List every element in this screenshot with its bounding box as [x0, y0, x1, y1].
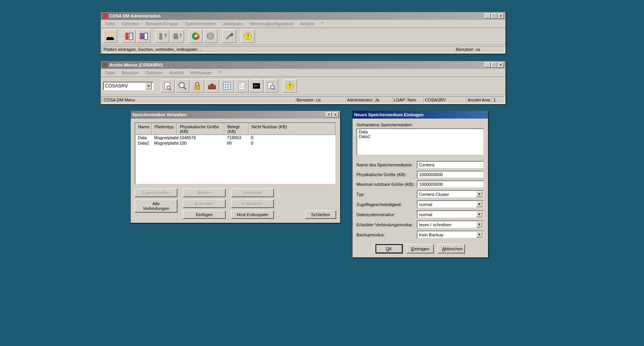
svg-point-17 [175, 33, 178, 36]
menu-jukeboxen[interactable]: Jukeboxen [220, 21, 246, 27]
max-input[interactable] [417, 180, 484, 188]
doc-search-icon[interactable] [161, 79, 175, 93]
menu-help[interactable]: ? [318, 21, 326, 27]
erlaubt-select[interactable]: lesen / schreiben▼ [417, 220, 484, 229]
svg-point-29 [179, 82, 184, 88]
name-input[interactable] [417, 161, 484, 169]
col-phys[interactable]: Physikalische Größe (KB) [177, 123, 225, 135]
wrench-icon[interactable] [222, 30, 236, 43]
phys-input[interactable] [417, 171, 484, 178]
datei-select[interactable]: normal▼ [417, 210, 484, 218]
grid-icon[interactable] [220, 79, 234, 93]
menu-optionen[interactable]: Optionen [143, 70, 166, 76]
disk-color-icon[interactable] [189, 30, 203, 43]
typ-select[interactable]: Centera Cluster▼ [417, 190, 484, 198]
zugriff-select[interactable]: normal▼ [417, 200, 484, 208]
minimize-button[interactable]: _ [484, 13, 491, 19]
list-item[interactable]: Data [358, 129, 483, 134]
users-doc-icon[interactable] [137, 30, 151, 43]
menu-werkzeugkonfiguration[interactable]: Werkzeugkonfiguration [247, 21, 296, 27]
svg-rect-3 [125, 36, 128, 40]
help-button[interactable]: ? [326, 112, 332, 117]
svg-rect-43 [239, 87, 244, 88]
list-item[interactable]: Data2 [358, 134, 483, 139]
close-button[interactable]: × [498, 62, 504, 68]
users-help-icon[interactable]: ? [170, 30, 184, 43]
maximize-button[interactable]: □ [491, 13, 497, 19]
schliessen-button[interactable]: Schließen [305, 210, 336, 219]
eintragen-button[interactable]: Eintragen [407, 244, 434, 253]
verbinden-button[interactable]: Verbinden [231, 189, 274, 197]
verwalten-titlebar: Speichermedien Verwalten ? × [131, 111, 340, 119]
svg-point-1 [110, 33, 114, 37]
svg-rect-4 [129, 33, 133, 40]
admin-menubar: Datei Optionen Benutzer/Gruppe Speicherm… [101, 20, 505, 28]
help-icon[interactable]: ? [283, 79, 297, 93]
table-row[interactable]: Data Magnetplatte 1048576 718953 0 [135, 135, 335, 140]
abbrechen-button[interactable]: Abbrechen [438, 244, 465, 253]
help-icon[interactable]: ? [241, 30, 255, 43]
col-name[interactable]: Name [135, 123, 152, 135]
lock-icon[interactable] [190, 79, 204, 93]
austragen-button[interactable]: Austragen [183, 199, 226, 208]
vorhandene-listbox[interactable]: Data Data2 [356, 128, 484, 156]
status-message: Platten eintragen, löschen, verbinden, e… [102, 46, 454, 53]
svg-text:?: ? [246, 33, 250, 39]
svg-text:?: ? [288, 83, 292, 89]
server-combo[interactable]: COSASRV ▼ [103, 82, 154, 90]
menu-speichermedien[interactable]: Speichermedien [182, 21, 219, 27]
col-nicht[interactable]: Nicht Nutzbar (KB) [249, 123, 335, 135]
host-entkoppeln-button[interactable]: Host Entkoppeln [231, 210, 274, 219]
menu-werkzeuge[interactable]: Werkzeuge [188, 70, 214, 76]
menu-ansicht[interactable]: Ansicht [167, 70, 186, 76]
eigenschaften-button[interactable]: Eigenschaften [135, 189, 177, 197]
media-listview[interactable]: Name Plattentyp Physikalische Größe (KB)… [135, 122, 336, 185]
maximize-button[interactable]: □ [491, 62, 497, 68]
entkoppeln-button[interactable]: Entkoppeln [231, 199, 274, 208]
archiv-window: Archiv-Menue (COSASRV) _ □ × Datei Benut… [100, 61, 506, 105]
magnify-icon[interactable] [175, 79, 190, 93]
users-icon[interactable] [103, 30, 117, 43]
phys-label: Physikalische Größe (KB): [356, 172, 417, 177]
form-icon[interactable] [235, 79, 249, 93]
ok-button[interactable]: OK [376, 244, 403, 253]
archiv-titlebar: Archiv-Menue (COSASRV) _ □ × [101, 61, 505, 69]
chevron-down-icon: ▼ [476, 211, 483, 217]
close-button[interactable]: × [332, 112, 339, 117]
database-icon[interactable] [204, 30, 218, 43]
user-help-icon[interactable]: ? [155, 30, 169, 43]
archiv-title-text: Archiv-Menue (COSASRV) [109, 63, 163, 67]
backup-select[interactable]: Kein Backup▼ [417, 231, 484, 239]
app-icon [102, 62, 108, 68]
einfuegen-button[interactable]: Einfügen [183, 210, 226, 219]
server-combo-value: COSASRV [105, 83, 128, 89]
minimize-button[interactable]: _ [484, 62, 491, 68]
menu-help[interactable]: ? [216, 70, 223, 76]
menu-optionen[interactable]: Optionen [119, 21, 142, 27]
verwalten-body: Name Plattentyp Physikalische Größe (KB)… [131, 119, 340, 223]
ok-text: K [390, 246, 392, 251]
svg-rect-34 [211, 84, 213, 85]
menu-ansicht[interactable]: Ansicht [298, 21, 317, 27]
svg-point-9 [142, 33, 144, 35]
toolbox-icon[interactable] [205, 79, 219, 93]
menu-benutzer[interactable]: Benutzer [119, 70, 142, 76]
chevron-down-icon: ▼ [146, 82, 152, 89]
close-button[interactable]: × [498, 13, 504, 19]
zugriff-label: Zugriffsgeschwindigkeit: [356, 202, 417, 207]
menu-datei[interactable]: Datei [102, 21, 118, 27]
alle-verbindungen-button[interactable]: Alle Verbindungen [135, 199, 177, 213]
status-menu: COSA DM Menu [102, 96, 295, 103]
col-belegt[interactable]: Belegt (KB) [225, 123, 249, 135]
status-ldap: LDAP: Nein [392, 96, 423, 103]
max-label: Maximal nutzbare Größe (KB): [356, 182, 417, 187]
col-plattentyp[interactable]: Plattentyp [152, 123, 177, 135]
terminal-icon[interactable]: C:\ [249, 79, 263, 93]
table-row[interactable]: Data2 Magnetplatte 100 99 0 [135, 140, 335, 146]
aendern-button[interactable]: Ändern [183, 189, 226, 197]
user-doc-icon[interactable] [122, 30, 136, 43]
menu-datei[interactable]: Datei [102, 70, 118, 76]
menu-benutzer-gruppe[interactable]: Benutzer/Gruppe [143, 21, 181, 27]
neues-dialog: Neues Speichermedium Eintragen Vorhanden… [352, 110, 488, 258]
doc-magnify-icon[interactable] [264, 79, 278, 93]
